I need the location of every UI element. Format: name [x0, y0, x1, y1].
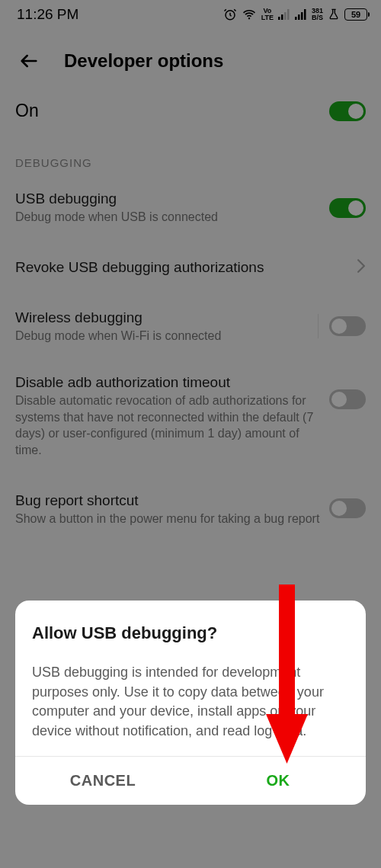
annotation-arrow-icon: [266, 585, 308, 767]
svg-marker-10: [266, 714, 308, 764]
cancel-button[interactable]: CANCEL: [15, 757, 190, 805]
dialog-buttons: CANCEL OK: [15, 756, 366, 805]
svg-rect-9: [279, 585, 295, 722]
dialog-usb-debugging: Allow USB debugging? USB debugging is in…: [15, 601, 366, 805]
